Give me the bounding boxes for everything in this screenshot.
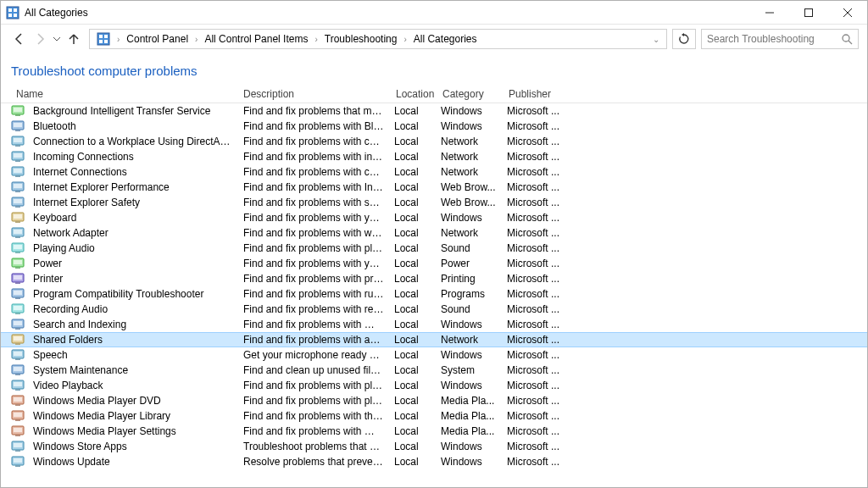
list-item[interactable]: Shared FoldersFind and fix problems with… <box>1 332 867 347</box>
item-publisher: Microsoft ... <box>502 151 570 163</box>
list-item[interactable]: Search and IndexingFind and fix problems… <box>1 317 867 332</box>
item-description: Find and fix problems with the Wi... <box>238 410 389 422</box>
up-button[interactable] <box>64 29 84 49</box>
list-item[interactable]: Windows UpdateResolve problems that prev… <box>1 454 867 469</box>
list-item[interactable]: Playing AudioFind and fix problems with … <box>1 241 867 256</box>
item-name: Internet Connections <box>28 166 238 178</box>
item-description: Find and fix problems with conne... <box>238 166 389 178</box>
svg-rect-4 <box>14 14 17 17</box>
svg-rect-71 <box>14 382 22 386</box>
recent-dropdown-button[interactable] <box>50 29 64 49</box>
list-item[interactable]: Network AdapterFind and fix problems wit… <box>1 225 867 241</box>
svg-rect-74 <box>14 397 22 402</box>
svg-rect-2 <box>14 8 17 12</box>
item-location: Local <box>389 410 436 422</box>
svg-rect-32 <box>14 184 22 188</box>
list-item[interactable]: Background Intelligent Transfer ServiceF… <box>1 103 867 119</box>
column-publisher[interactable]: Publisher <box>504 88 571 100</box>
svg-line-15 <box>849 41 852 44</box>
chevron-right-icon[interactable]: › <box>193 35 199 44</box>
item-name: Printer <box>28 273 238 285</box>
troubleshooter-icon <box>11 333 25 347</box>
list-item[interactable]: System MaintenanceFind and clean up unus… <box>1 363 867 378</box>
maximize-button[interactable] <box>789 1 828 25</box>
list-item[interactable]: KeyboardFind and fix problems with your … <box>1 210 867 225</box>
list-item[interactable]: BluetoothFind and fix problems with Blue… <box>1 119 867 134</box>
list-item[interactable]: Recording AudioFind and fix problems wit… <box>1 302 867 317</box>
search-placeholder: Search Troubleshooting <box>707 33 841 45</box>
list-item[interactable]: Windows Media Player LibraryFind and fix… <box>1 408 867 424</box>
breadcrumb-control-panel[interactable]: Control Panel <box>121 30 193 48</box>
breadcrumb-troubleshooting[interactable]: Troubleshooting <box>320 30 403 48</box>
column-description[interactable]: Description <box>238 88 391 100</box>
chevron-right-icon[interactable]: › <box>115 35 121 44</box>
list-item[interactable]: Windows Store AppsTroubleshoot problems … <box>1 439 867 454</box>
item-publisher: Microsoft ... <box>502 181 570 193</box>
item-description: Find and fix problems with your c... <box>238 212 389 224</box>
troubleshooter-icon <box>11 424 25 438</box>
list-item[interactable]: Connection to a Workplace Using DirectAc… <box>1 134 867 149</box>
search-input[interactable]: Search Troubleshooting <box>701 29 859 49</box>
item-name: Recording Audio <box>28 303 238 315</box>
refresh-button[interactable] <box>672 29 696 49</box>
column-location[interactable]: Location <box>391 88 437 100</box>
item-name: Windows Update <box>28 456 238 468</box>
list-item[interactable]: Incoming ConnectionsFind and fix problem… <box>1 149 867 164</box>
column-category[interactable]: Category <box>437 88 504 100</box>
list-item[interactable]: PrinterFind and fix problems with printi… <box>1 271 867 286</box>
list-item[interactable]: Windows Media Player DVDFind and fix pro… <box>1 393 867 408</box>
svg-rect-59 <box>14 321 22 325</box>
list-item[interactable]: SpeechGet your microphone ready and f...… <box>1 347 867 363</box>
item-location: Local <box>389 303 436 315</box>
forward-button[interactable] <box>30 29 50 49</box>
breadcrumb-all-categories[interactable]: All Categories <box>409 30 482 48</box>
svg-rect-18 <box>15 114 20 116</box>
troubleshooter-icon <box>11 104 25 118</box>
nav-row: › Control Panel › All Control Panel Item… <box>1 25 867 53</box>
list-item[interactable]: PowerFind and fix problems with your c..… <box>1 256 867 271</box>
list-item[interactable]: Internet Explorer SafetyFind and fix pro… <box>1 195 867 210</box>
list-item[interactable]: Internet ConnectionsFind and fix problem… <box>1 164 867 180</box>
item-description: Find and fix problems with printi... <box>238 273 389 285</box>
item-publisher: Microsoft ... <box>502 227 570 239</box>
chevron-right-icon[interactable]: › <box>402 35 408 44</box>
item-name: Windows Media Player DVD <box>28 395 238 407</box>
chevron-right-icon[interactable]: › <box>313 35 319 44</box>
svg-rect-48 <box>15 267 20 269</box>
back-button[interactable] <box>9 29 30 49</box>
item-category: Windows <box>436 120 502 132</box>
svg-rect-60 <box>15 328 20 330</box>
item-publisher: Microsoft ... <box>502 349 570 361</box>
item-location: Local <box>389 334 436 346</box>
item-publisher: Microsoft ... <box>502 242 570 254</box>
svg-rect-80 <box>14 428 22 432</box>
svg-rect-77 <box>14 413 22 417</box>
troubleshooter-icon <box>11 135 25 148</box>
list-item[interactable]: Video PlaybackFind and fix problems with… <box>1 378 867 393</box>
item-category: Power <box>436 258 502 269</box>
item-publisher: Microsoft ... <box>502 273 570 285</box>
close-button[interactable] <box>828 1 867 25</box>
chevron-down-icon[interactable]: ⌄ <box>648 35 665 44</box>
list-item[interactable]: Windows Media Player SettingsFind and fi… <box>1 424 867 439</box>
svg-rect-10 <box>99 35 103 38</box>
svg-rect-81 <box>15 435 20 436</box>
breadcrumb-all-items[interactable]: All Control Panel Items <box>199 30 313 48</box>
item-description: Get your microphone ready and f... <box>238 349 389 361</box>
svg-rect-45 <box>15 252 20 253</box>
list-item[interactable]: Internet Explorer PerformanceFind and fi… <box>1 180 867 195</box>
troubleshooter-icon <box>11 211 25 225</box>
item-name: Power <box>28 258 238 269</box>
item-name: Shared Folders <box>28 334 238 346</box>
item-description: Find and fix problems with wirele... <box>238 227 389 239</box>
svg-rect-78 <box>15 419 20 421</box>
address-bar[interactable]: › Control Panel › All Control Panel Item… <box>89 29 667 49</box>
item-category: Sound <box>436 303 502 315</box>
item-name: Windows Media Player Library <box>28 410 238 422</box>
column-name[interactable]: Name <box>11 88 238 100</box>
minimize-button[interactable] <box>750 1 789 25</box>
item-location: Local <box>389 227 436 239</box>
item-location: Local <box>389 197 436 208</box>
list-item[interactable]: Program Compatibility TroubleshooterFind… <box>1 286 867 302</box>
svg-rect-87 <box>15 465 20 467</box>
